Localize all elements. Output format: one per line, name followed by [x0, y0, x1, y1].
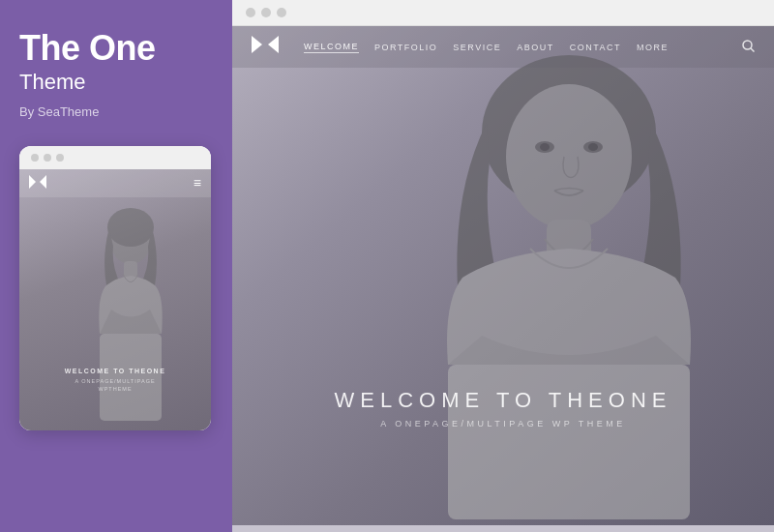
theme-title-block: The One Theme By SeaTheme: [19, 29, 156, 119]
nav-item-welcome[interactable]: WELCOME: [304, 42, 359, 53]
left-panel: The One Theme By SeaTheme: [0, 0, 232, 532]
svg-marker-15: [252, 36, 262, 53]
svg-point-7: [506, 84, 632, 229]
nav-item-portfolio[interactable]: PORTFOLIO: [374, 43, 437, 52]
mobile-preview-card: ≡ WELCOME TO THEONE A ONEPAGE/MULTIPAGEW…: [19, 146, 211, 430]
svg-marker-4: [29, 175, 36, 189]
mobile-nav: ≡: [19, 169, 211, 197]
svg-point-11: [588, 143, 598, 151]
desktop-hero-subtitle: A ONEPAGE/MULTIPAGE WP THEME: [232, 419, 774, 429]
right-panel: WELCOME PORTFOLIO SERVICE ABOUT CONTACT …: [232, 0, 774, 532]
desktop-dot-2: [261, 8, 271, 17]
theme-title-line1: The One: [19, 29, 156, 68]
mobile-browser-content: ≡ WELCOME TO THEONE A ONEPAGE/MULTIPAGEW…: [19, 169, 211, 430]
mobile-hero-title: WELCOME TO THEONE: [19, 366, 211, 376]
desktop-woman-portrait: [404, 45, 733, 519]
svg-point-17: [743, 41, 752, 49]
mobile-browser-chrome: [19, 146, 211, 169]
svg-marker-5: [40, 175, 46, 189]
theme-title-line2: Theme: [19, 70, 156, 95]
nav-item-service[interactable]: SERVICE: [453, 43, 501, 52]
desktop-dot-3: [277, 8, 286, 17]
svg-point-1: [107, 208, 154, 247]
desktop-logo-icon: [252, 36, 279, 58]
search-icon[interactable]: [742, 40, 755, 54]
desktop-hero-title: WELCOME TO THEONE: [232, 388, 774, 413]
desktop-dot-1: [246, 8, 255, 17]
theme-author: By SeaTheme: [19, 104, 156, 119]
nav-item-contact[interactable]: CONTACT: [570, 43, 621, 52]
mobile-hero-subtitle: A ONEPAGE/MULTIPAGEWPTHEME: [19, 377, 211, 394]
desktop-browser-chrome: [232, 0, 774, 26]
mobile-hamburger-icon[interactable]: ≡: [194, 176, 201, 190]
desktop-hero-text-wrap: WELCOME TO THEONE A ONEPAGE/MULTIPAGE WP…: [232, 388, 774, 429]
mobile-dot-2: [44, 154, 51, 162]
nav-item-about[interactable]: ABOUT: [517, 43, 554, 52]
svg-point-10: [540, 143, 550, 151]
mobile-logo-icon: [29, 175, 46, 192]
desktop-nav: WELCOME PORTFOLIO SERVICE ABOUT CONTACT …: [232, 26, 774, 68]
nav-item-more[interactable]: MORE: [637, 43, 669, 52]
mobile-dot-3: [56, 154, 64, 162]
mobile-dot-1: [31, 154, 39, 162]
desktop-preview-area: WELCOME PORTFOLIO SERVICE ABOUT CONTACT …: [232, 26, 774, 525]
svg-marker-16: [268, 36, 279, 53]
svg-line-18: [751, 48, 755, 52]
